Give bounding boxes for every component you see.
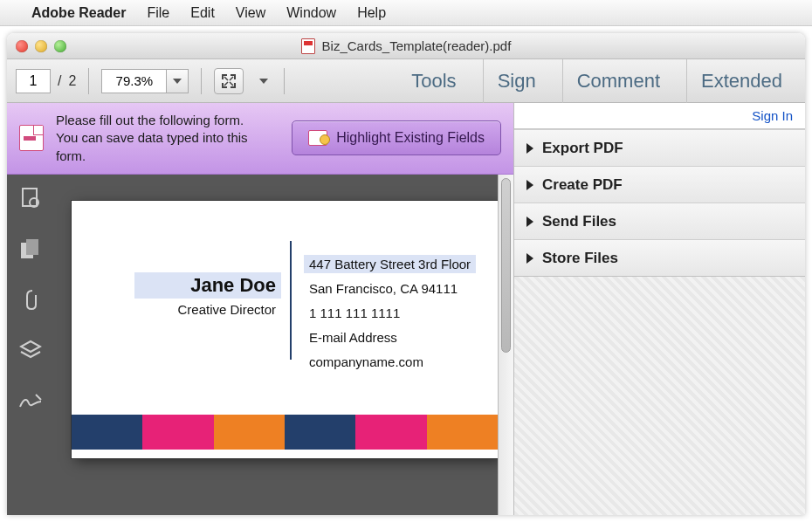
task-pane-empty — [514, 277, 805, 515]
page-total: 2 — [68, 73, 76, 89]
accordion-create-pdf[interactable]: Create PDF — [514, 166, 805, 203]
address-line1-field[interactable]: 447 Battery Street 3rd Floor — [304, 255, 476, 273]
sign-in-link[interactable]: Sign In — [752, 108, 793, 123]
tab-extended[interactable]: Extended — [686, 59, 796, 103]
highlight-fields-label: Highlight Existing Fields — [336, 130, 485, 146]
chevron-down-icon — [259, 79, 268, 84]
navigation-pane — [7, 175, 54, 515]
toolbar-divider — [88, 68, 89, 94]
menu-file[interactable]: File — [147, 5, 169, 21]
disclosure-triangle-icon — [526, 180, 533, 190]
page-thumbnails-icon — [20, 187, 41, 209]
pdf-icon — [301, 38, 315, 54]
form-message-bar: Please fill out the following form. You … — [7, 103, 513, 175]
menu-view[interactable]: View — [236, 5, 265, 21]
menu-help[interactable]: Help — [357, 5, 386, 21]
app-window: Biz_Cards_Template(reader).pdf / 2 Tools… — [7, 33, 805, 515]
name-field[interactable]: Jane Doe — [134, 272, 281, 299]
menu-edit[interactable]: Edit — [190, 5, 215, 21]
mac-menubar: Adobe Reader File Edit View Window Help — [0, 0, 812, 26]
titlebar: Biz_Cards_Template(reader).pdf — [7, 33, 805, 59]
task-accordion: Export PDF Create PDF Send Files Store F… — [514, 129, 805, 277]
sign-icon — [18, 391, 43, 410]
window-zoom-button[interactable] — [54, 40, 66, 52]
disclosure-triangle-icon — [526, 216, 533, 227]
zoom-dropdown[interactable] — [166, 69, 189, 93]
highlight-fields-button[interactable]: Highlight Existing Fields — [292, 120, 501, 155]
accordion-send-files[interactable]: Send Files — [514, 203, 805, 239]
website-field[interactable]: companyname.com — [304, 353, 429, 371]
toolbar: / 2 Tools Sign Comment Extended — [7, 59, 805, 103]
page-navigator: / 2 — [16, 69, 76, 93]
paperclip-icon — [20, 287, 41, 312]
chevron-down-icon — [173, 79, 182, 84]
accordion-label: Export PDF — [542, 140, 623, 157]
toolbar-divider — [284, 68, 285, 94]
tab-sign[interactable]: Sign — [483, 59, 550, 103]
layers-button[interactable] — [17, 337, 44, 363]
address-line2-field[interactable]: San Francisco, CA 94111 — [304, 279, 463, 298]
accordion-label: Send Files — [542, 213, 616, 230]
accordion-store-files[interactable]: Store Files — [514, 239, 805, 276]
form-message-text: Please fill out the following form. You … — [56, 112, 248, 165]
pages-icon — [19, 237, 42, 260]
phone-field[interactable]: 1 111 111 1111 — [304, 304, 405, 322]
tab-comment[interactable]: Comment — [562, 59, 674, 103]
zoom-input[interactable] — [101, 69, 166, 93]
vertical-divider — [290, 241, 292, 360]
page-separator: / — [58, 73, 61, 89]
pages-button[interactable] — [17, 236, 44, 262]
signatures-button[interactable] — [17, 388, 44, 414]
toolbar-divider — [201, 68, 202, 94]
signin-row: Sign In — [514, 103, 805, 129]
document-view[interactable]: Jane Doe Creative Director 447 Battery S… — [54, 175, 513, 515]
thumbnails-button[interactable] — [17, 185, 44, 211]
traffic-lights — [16, 40, 66, 52]
highlight-fields-icon — [308, 130, 327, 146]
scrollbar-thumb[interactable] — [501, 178, 511, 353]
window-close-button[interactable] — [16, 40, 28, 52]
zoom-control — [101, 69, 189, 93]
window-minimize-button[interactable] — [35, 40, 47, 52]
accordion-export-pdf[interactable]: Export PDF — [514, 129, 805, 166]
page-number-input[interactable] — [16, 69, 51, 93]
pdf-page: Jane Doe Creative Director 447 Battery S… — [72, 201, 498, 458]
window-title: Biz_Cards_Template(reader).pdf — [301, 38, 512, 54]
vertical-scrollbar[interactable] — [498, 175, 513, 515]
attachments-button[interactable] — [17, 286, 44, 313]
app-menu[interactable]: Adobe Reader — [31, 5, 126, 21]
tab-tools[interactable]: Tools — [397, 59, 470, 103]
layers-icon — [19, 340, 42, 361]
email-field[interactable]: E-mail Address — [304, 328, 403, 347]
color-stripe — [72, 415, 498, 450]
disclosure-triangle-icon — [526, 143, 533, 154]
disclosure-triangle-icon — [526, 253, 533, 264]
form-icon — [19, 125, 44, 151]
title-field[interactable]: Creative Director — [134, 300, 281, 319]
fit-page-button[interactable] — [214, 68, 244, 94]
svg-rect-3 — [26, 239, 38, 255]
window-title-text: Biz_Cards_Template(reader).pdf — [322, 38, 512, 53]
accordion-label: Create PDF — [542, 176, 623, 194]
task-pane: Sign In Export PDF Create PDF Send Files — [513, 103, 805, 515]
expand-icon — [221, 73, 237, 89]
menu-window[interactable]: Window — [286, 5, 336, 21]
accordion-label: Store Files — [542, 250, 618, 267]
view-options-dropdown[interactable] — [256, 68, 272, 94]
